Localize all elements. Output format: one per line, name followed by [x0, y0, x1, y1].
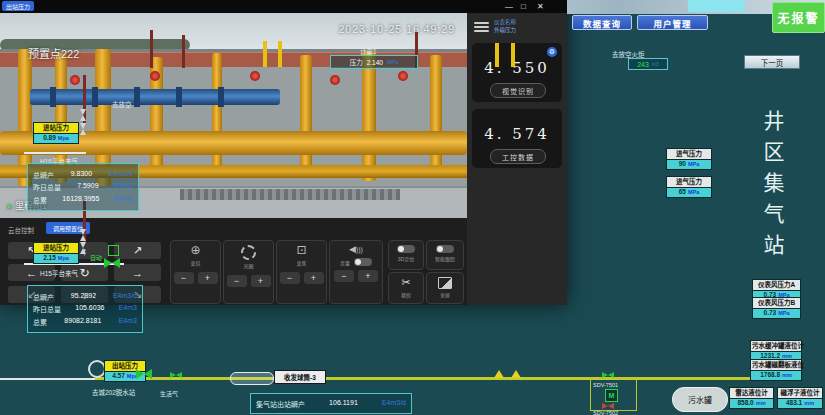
- focus-group: ⊡ 变焦 − +: [276, 240, 327, 304]
- gas-pressure-a-title: 进气压力: [666, 148, 712, 160]
- close-button[interactable]: ✕: [537, 0, 544, 13]
- video-timestamp: 2023-10-25 16:49:29: [339, 23, 456, 35]
- video-pipe: [300, 55, 312, 173]
- fullscreen-button[interactable]: 全屏: [426, 272, 464, 304]
- inlet-pressure-1-unit: Mpa: [58, 135, 69, 141]
- sdv-top-label: SDV-7501: [593, 382, 618, 388]
- smart-track-label: 智能跟踪: [427, 255, 463, 262]
- focus-minus-button[interactable]: −: [280, 272, 300, 284]
- riser-valve-icon: [80, 242, 86, 254]
- smart-track-toggle-box: 智能跟踪: [426, 240, 464, 270]
- next-page-button[interactable]: 下一页: [744, 55, 800, 69]
- instrument-air-b-title: 仪表风压力B: [752, 297, 801, 309]
- no-alarm-label: 无报警: [777, 9, 819, 26]
- outlet-valve-icon[interactable]: [136, 369, 152, 379]
- stats-row: 总瞬产95.2892E4m3/d: [33, 292, 137, 302]
- iris-plus-button[interactable]: +: [251, 275, 271, 287]
- volume-label: 音量: [340, 259, 350, 266]
- zoom-icon: ⊕: [171, 241, 220, 259]
- video-valve-wheel: [250, 71, 260, 81]
- volume-minus-button[interactable]: −: [334, 270, 354, 282]
- meter-caption: 仪表名称 外输压力: [494, 19, 516, 34]
- snip-label: 裁剪: [389, 291, 423, 298]
- plc-data-button[interactable]: 工控数据: [490, 149, 546, 164]
- inlet-pressure-2-title: 进站压力: [33, 242, 79, 254]
- speaker-icon: ◀))): [330, 241, 382, 258]
- inlet-pressure-1-value: 0.89Mpa: [33, 134, 79, 145]
- picture-icon: [438, 277, 452, 289]
- inlet-pressure-2-unit: Mpa: [58, 255, 69, 261]
- iris-group: 光圈 − +: [223, 240, 274, 304]
- video-valve-wheel: [150, 71, 160, 81]
- inlet-pressure-2-value: 2.15Mpa: [33, 254, 79, 265]
- volume-plus-button[interactable]: +: [358, 270, 378, 282]
- zoom-label: 变倍: [171, 259, 220, 266]
- pig-receiver-vessel: [230, 372, 274, 385]
- volume-toggle[interactable]: [354, 258, 372, 266]
- video-flange: [134, 87, 140, 107]
- instrument-air-a-title: 仪表风压力A: [752, 279, 801, 291]
- to-flare-label-1: 去放空: [112, 99, 132, 109]
- zoom-plus-button[interactable]: +: [198, 272, 218, 284]
- radar-level-value: 858.0mm: [729, 399, 774, 410]
- gear-icon[interactable]: ⚙: [547, 47, 557, 57]
- station-outflow-box: 集气站出站瞬产106.1191E4m3/d: [250, 393, 412, 414]
- plc-reading-value: 4. 574: [472, 125, 562, 143]
- station-title: 井区集气站: [757, 110, 787, 280]
- 3d-position-label: 3D定位: [389, 255, 423, 262]
- buffer-tank-level-title: 污水缓冲罐液位计: [750, 340, 802, 352]
- tank-level-title: 污水罐磁翻板液位: [750, 359, 802, 371]
- menu-icon[interactable]: [474, 20, 489, 34]
- ptz-up-right-button[interactable]: ↗: [114, 242, 161, 259]
- maximize-button[interactable]: □: [521, 0, 526, 13]
- reading-panel: 仪表名称 外输压力 ⚙ 4. 550 视觉识别 4. 574 工控数据: [467, 13, 567, 305]
- insulating-joint-icon: [511, 370, 521, 378]
- next-page-label: 下一页: [761, 57, 784, 68]
- video-pipe: [430, 55, 442, 175]
- video-blue-flowmeter: [30, 89, 280, 105]
- scissors-icon: ✂: [389, 273, 423, 291]
- meter-pressure-value: 2.140: [367, 59, 383, 66]
- outlet-valve-icon[interactable]: [170, 372, 182, 378]
- minimize-button[interactable]: —: [505, 0, 513, 13]
- stats-row: 总瞬产9.8300E4m3/d: [33, 170, 133, 180]
- sdv-top-valve-icon[interactable]: [602, 372, 614, 378]
- instrument-air-b-box: 仪表风压力B 0.73MPa: [752, 297, 801, 319]
- smart-track-toggle[interactable]: [436, 245, 454, 253]
- tank-level-value: 1768.8mm: [750, 371, 802, 382]
- video-valve-wheel: [70, 75, 80, 85]
- window-titlebar[interactable]: 出站压力 — □ ✕: [0, 0, 567, 13]
- iris-minus-button[interactable]: −: [227, 275, 247, 287]
- header-photo-cyan-block: [688, 0, 745, 12]
- red-riser: [150, 30, 153, 68]
- well-stats-2: 总瞬产95.2892E4m3/d 昨日总量105.6036E4m3 总累8908…: [27, 285, 143, 333]
- titlebar-tag: 出站压力: [2, 1, 34, 11]
- flare-value-box: 243 m3: [628, 58, 668, 70]
- sdv-bottom-label: SDV-7502: [593, 410, 618, 415]
- 3d-position-toggle[interactable]: [397, 245, 415, 253]
- visual-recognition-button[interactable]: 视觉识别: [490, 83, 546, 98]
- video-flange: [218, 87, 224, 107]
- ptz-caption: 云台控制: [8, 225, 34, 235]
- nav-users[interactable]: 用户管理: [637, 15, 708, 30]
- riser-valve-icon: [80, 229, 86, 241]
- play-icon: ▸: [8, 201, 13, 211]
- sdv-bottom-valve-icon[interactable]: [602, 403, 614, 409]
- video-valve-wheel: [330, 75, 340, 85]
- visual-reading-value: 4. 550: [472, 59, 562, 77]
- nav-data-query[interactable]: 数据查询: [572, 15, 632, 30]
- video-pipe: [212, 53, 222, 173]
- video-pipe: [362, 51, 376, 181]
- radar-level-title: 雷达液位计: [729, 387, 774, 399]
- float-level-title: 磁浮子液位计: [777, 387, 823, 399]
- source-label-h15: H15平台来气: [40, 268, 78, 278]
- zoom-minus-button[interactable]: −: [174, 272, 194, 284]
- meter-1-pressure-box: 压力 2.140 MPa: [330, 55, 418, 69]
- stats-row: 总累89082.8181E4m3: [33, 317, 137, 327]
- fullscreen-label: 全屏: [427, 291, 463, 298]
- inlet-pressure-2: 进站压力 2.15Mpa: [33, 242, 79, 264]
- inlet-valve-icon[interactable]: [104, 258, 120, 268]
- ptz-right-button[interactable]: →: [114, 264, 161, 281]
- snip-button[interactable]: ✂ 裁剪: [388, 272, 424, 304]
- focus-plus-button[interactable]: +: [304, 272, 324, 284]
